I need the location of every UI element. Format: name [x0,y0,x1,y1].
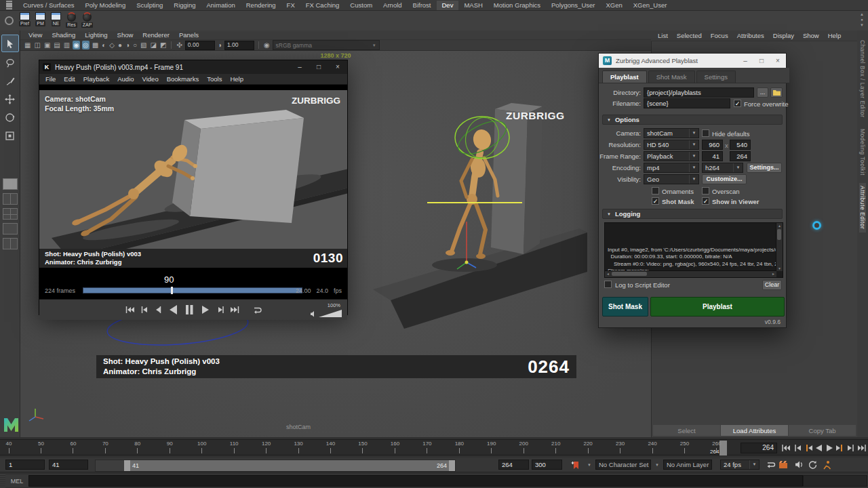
viewport-toolbar-icon[interactable]: ▣ [43,41,51,49]
attribute-editor-footer-button[interactable]: Select [653,425,720,436]
player-maximize-button[interactable]: □ [309,60,328,74]
panel-menu-item[interactable]: Shading [52,31,75,39]
time-tick[interactable]: 170 [420,441,435,455]
play-backwards-button[interactable] [814,444,823,452]
move-tool[interactable] [2,91,18,107]
time-tick[interactable]: 150 [355,441,370,455]
viewport-toolbar-icon[interactable]: ◇ [108,41,115,49]
gamma-icon[interactable]: ◑ [217,41,222,49]
shelf-button[interactable]: ZAP [80,11,94,30]
dialog-tab[interactable]: Settings [696,70,736,83]
layout-custom-button[interactable] [3,238,18,249]
shot-mask-checkbox[interactable]: ✓ [652,197,659,205]
dialog-title-bar[interactable]: M Zurbrigg Advanced Playblast – □ × [599,54,786,68]
viewport-toolbar-icon[interactable]: ○ [132,41,138,49]
current-time-marker[interactable] [719,441,727,455]
time-tick[interactable]: 200 [516,441,531,455]
player-step-back-button[interactable] [153,305,162,314]
encoding-format-dropdown[interactable]: mp4▼ [644,163,699,173]
attribute-editor-menu-item[interactable]: Help [828,32,842,39]
time-tick[interactable]: 180 [452,441,467,455]
keyframe-player-window[interactable]: K Heavy Push (Polish) v003.mp4 - Frame 9… [39,60,348,315]
step-forward-frame-button[interactable] [846,444,856,452]
shelf-tab[interactable]: Poly Modeling [80,1,132,10]
time-tick[interactable]: 160 [387,441,402,455]
viewport-toolbar-icon[interactable]: ◉ [73,41,80,49]
shelf-button[interactable]: Res [64,11,79,30]
viewport-toolbar-icon[interactable]: ▧ [140,41,147,49]
log-to-script-editor-checkbox[interactable] [604,281,612,288]
step-back-key-button[interactable] [803,444,812,452]
time-slider[interactable]: 40 50 60 70 80 90 100 110 120 130 [0,439,868,455]
shelf-button[interactable]: PM [33,11,47,30]
shot-mask-button[interactable]: Shot Mask [602,297,648,317]
player-go-to-start-button[interactable] [125,305,135,314]
color-management-icon[interactable]: ◉ [263,41,271,49]
directory-field[interactable]: {project}/playblasts [644,87,754,98]
command-line-grip[interactable] [0,474,5,487]
resolution-width-field[interactable]: 960 [702,140,723,150]
shelf-tab[interactable]: Animation [201,1,240,10]
panel-menu-item[interactable]: View [28,31,42,39]
player-minimize-button[interactable]: – [290,60,309,74]
player-menu-item[interactable]: Playback [83,75,110,83]
shelf-tab[interactable]: Bifrost [408,1,437,10]
character-set-field[interactable]: No Character Set [595,460,651,470]
resolution-dropdown[interactable]: HD 540▼ [644,140,699,150]
viewport-toolbar-icon[interactable]: ◩ [159,41,167,49]
time-tick[interactable]: 50 [33,441,48,455]
player-loop-button[interactable] [252,305,262,314]
attribute-editor-menu-item[interactable]: Display [773,32,794,39]
playback-start-field[interactable]: 41 [49,460,88,470]
player-seek-bar[interactable] [83,287,302,293]
camera-dropdown[interactable]: shotCam▼ [644,128,699,138]
shelf-tab[interactable]: FX Caching [300,1,345,10]
time-tick[interactable]: 190 [484,441,499,455]
log-vertical-scrollbar[interactable]: ▲ ▼ [776,223,783,271]
range-end-handle[interactable] [449,460,455,471]
rotate-tool[interactable] [2,109,18,125]
step-forward-key-button[interactable] [835,444,845,452]
scale-tool[interactable] [2,127,18,144]
hide-defaults-checkbox[interactable] [702,129,709,137]
attribute-editor-footer-button[interactable]: Load Attributes [721,425,788,436]
encoder-settings-button[interactable]: Settings... [747,163,782,173]
panel-menu-item[interactable]: Lighting [85,31,107,39]
time-tick[interactable]: 110 [226,441,241,455]
player-play-forwards-button[interactable] [199,304,212,316]
viewport-toolbar-icon[interactable]: ▥ [63,41,71,49]
time-tick[interactable]: 90 [162,441,177,455]
shelf-scroll-control[interactable]: ▲●▼ [857,12,867,30]
shelf-button[interactable]: Pref [18,11,32,30]
main-menu-icon[interactable] [6,1,12,9]
shelf-tab[interactable]: XGen_User [628,1,673,10]
viewport-toolbar-icon[interactable]: ◑ [125,41,130,49]
visibility-customize-button[interactable]: Customize... [702,174,747,184]
ornaments-checkbox[interactable] [652,187,659,195]
player-volume-control[interactable]: 100% [310,310,342,317]
panel-menu-item[interactable]: Renderer [142,31,170,39]
exposure-field[interactable]: 0.00 [185,41,215,50]
scroll-right-icon[interactable]: ► [772,271,775,277]
filename-field[interactable]: {scene} [644,98,730,108]
time-tick[interactable]: 80 [130,441,145,455]
animation-preferences-button[interactable] [822,460,831,470]
fps-dropdown[interactable]: 24 fps▼ [720,460,760,470]
playblast-button[interactable]: Playblast [650,297,785,317]
shelf-tab[interactable]: MASH [458,1,488,10]
animation-start-field[interactable]: 1 [5,460,45,470]
log-output-box[interactable]: Input #0, image2, from 'C:/Users/czurbri… [604,222,783,278]
viewport-toolbar-icon[interactable]: ◪ [150,41,157,49]
player-playhead[interactable] [171,287,173,294]
player-previous-frame-button[interactable] [140,305,149,314]
attribute-editor-menu-item[interactable]: Selected [677,32,702,39]
player-title-bar[interactable]: K Heavy Push (Polish) v003.mp4 - Frame 9… [39,60,347,74]
shelf-tab[interactable]: Polygons_User [546,1,600,10]
attribute-editor-menu-item[interactable]: Attributes [737,32,764,39]
exposure-icon[interactable]: ✣ [176,41,182,49]
range-slider-track[interactable]: 41 264 [95,460,456,472]
time-tick[interactable]: 210 [549,441,564,455]
player-close-button[interactable]: × [328,60,347,74]
dialog-maximize-button[interactable]: □ [753,54,770,68]
chevron-down-icon[interactable]: ▼ [587,463,591,467]
